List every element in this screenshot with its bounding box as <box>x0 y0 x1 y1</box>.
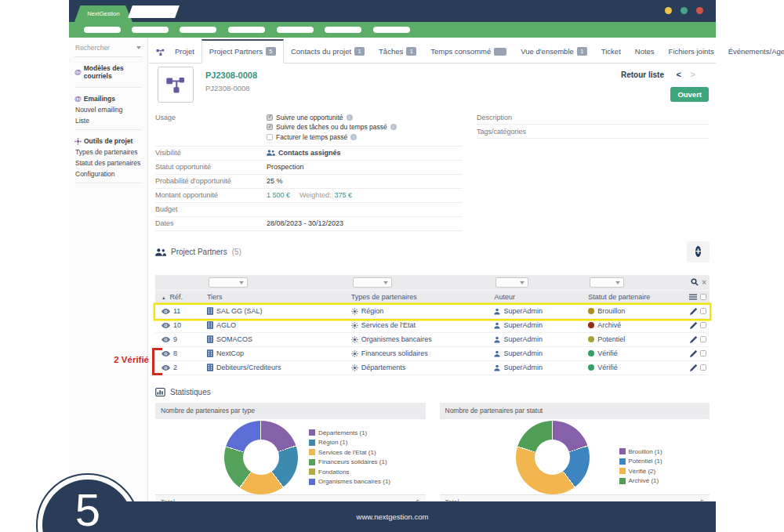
row-tiers-link[interactable]: SOMACOS <box>216 335 252 343</box>
row-type[interactable]: Départements <box>361 364 406 371</box>
filter-select-type[interactable] <box>353 277 392 288</box>
column-header-ref[interactable]: Réf. <box>155 293 202 301</box>
details-right-column: Description Tags/catégories <box>477 110 710 231</box>
column-header-type[interactable]: Types de partenaires <box>347 293 490 301</box>
row-status: Vérifié <box>597 364 618 371</box>
sidebar-item-liste[interactable]: Liste <box>75 117 142 125</box>
nav-pill[interactable] <box>373 27 410 33</box>
nav-pill[interactable] <box>325 27 361 33</box>
edit-icon[interactable] <box>690 308 697 315</box>
sidebar-search-placeholder: Rechercher <box>75 44 110 52</box>
brand-tab[interactable]: NextGestion <box>74 5 132 22</box>
previous-record-arrow[interactable]: < <box>677 70 681 79</box>
table-row[interactable]: 2 Debiteurs/Crediteurs Départements Supe… <box>155 361 710 375</box>
tab-project-partners[interactable]: Project Partners5 <box>201 39 284 63</box>
row-ref[interactable]: 8 <box>173 349 177 357</box>
tab-evenements-agenda[interactable]: Événements/Agenda <box>721 41 784 63</box>
row-checkbox[interactable] <box>700 336 706 342</box>
row-checkbox[interactable] <box>700 364 706 371</box>
row-author[interactable]: SuperAdmin <box>503 321 543 329</box>
filter-select-tiers[interactable] <box>209 277 248 288</box>
tab-fichiers-joints[interactable]: Fichiers joints <box>662 41 721 63</box>
sidebar-item-modeles-courriels[interactable]: @ Modèles des courriels <box>74 64 142 80</box>
nav-pill[interactable] <box>132 27 169 33</box>
row-tiers-link[interactable]: Debiteurs/Crediteurs <box>216 364 281 371</box>
nav-pill[interactable] <box>228 27 265 33</box>
nav-pill[interactable] <box>180 27 216 33</box>
sidebar-item-nouvel-emailing[interactable]: Nouvel emailing <box>75 106 142 114</box>
sidebar-search[interactable]: Rechercher <box>74 38 142 57</box>
edit-icon[interactable] <box>690 364 697 371</box>
edit-icon[interactable] <box>690 336 697 343</box>
search-icon[interactable] <box>691 278 699 286</box>
row-ref[interactable]: 10 <box>173 321 181 329</box>
tab-vue-densemble[interactable]: Vue d'ensemble1 <box>514 41 593 63</box>
checkbox-suivre-opportunite[interactable] <box>267 114 273 121</box>
row-ref[interactable]: 9 <box>173 335 177 343</box>
field-value: 28/08/2023 - 30/12/2023 <box>267 219 343 227</box>
sidebar-item-emailings[interactable]: @ Emailings <box>74 95 142 103</box>
eye-icon[interactable] <box>162 365 170 371</box>
eye-icon[interactable] <box>162 309 170 314</box>
row-author[interactable]: SuperAdmin <box>503 349 543 357</box>
table-row[interactable]: 8 NextCop Financeurs solidaires SuperAdm… <box>155 347 710 361</box>
at-icon: @ <box>74 68 82 76</box>
row-checkbox[interactable] <box>700 350 706 356</box>
edit-icon[interactable] <box>690 322 697 329</box>
next-record-arrow[interactable]: > <box>691 70 695 79</box>
tab-projet[interactable]: Projet <box>168 41 201 63</box>
filter-select-statut[interactable] <box>590 277 624 288</box>
row-type[interactable]: Financeurs solidaires <box>361 349 428 357</box>
tab-notes[interactable]: Notes <box>628 41 662 63</box>
eye-icon[interactable] <box>162 323 170 328</box>
legend-label: Brouillon (1) <box>629 448 662 455</box>
column-header-auteur[interactable]: Auteur <box>489 293 583 301</box>
column-header-statut[interactable]: Statut de partenaire <box>583 293 684 301</box>
row-checkbox[interactable] <box>700 322 706 328</box>
sidebar-item-types-partenaires[interactable]: Types de partenaires <box>75 148 142 156</box>
checkbox-suivre-taches[interactable] <box>267 124 273 130</box>
back-to-list-link[interactable]: Retour liste <box>621 71 664 79</box>
gear-icon <box>351 308 358 315</box>
chart-card-statut: Nombre de partenaires par statut Brouill… <box>440 403 710 510</box>
tab-taches[interactable]: Tâches1 <box>372 41 423 63</box>
add-partner-button[interactable]: + <box>695 246 701 257</box>
tab-ticket[interactable]: Ticket <box>594 41 628 63</box>
edit-icon[interactable] <box>690 350 697 357</box>
sidebar-item-configuration[interactable]: Configuration <box>75 170 142 178</box>
row-author[interactable]: SuperAdmin <box>503 307 543 315</box>
table-row[interactable]: 9 SOMACOS Organismes bancaires SuperAdmi… <box>155 333 710 347</box>
row-ref[interactable]: 2 <box>173 364 177 371</box>
table-row[interactable]: 11 SAL GG (SAL) Région SuperAdmin Brouil… <box>155 305 710 319</box>
tab-temps-consomme[interactable]: Temps consommé <box>423 41 514 63</box>
row-tiers-link[interactable]: SAL GG (SAL) <box>216 307 263 315</box>
row-type[interactable]: Région <box>361 307 384 315</box>
nav-pill[interactable] <box>277 27 314 33</box>
row-type[interactable]: Services de l'Etat <box>361 321 416 329</box>
status-dot <box>588 308 594 314</box>
row-tiers-link[interactable]: NextCop <box>216 349 244 357</box>
sidebar-item-outils-projet[interactable]: Outils de projet <box>74 137 142 145</box>
status-dot <box>588 322 594 328</box>
nav-pill[interactable] <box>84 27 121 33</box>
row-checkbox[interactable] <box>700 308 706 314</box>
filter-select-auteur[interactable] <box>495 277 528 288</box>
row-tiers-link[interactable]: AGLO <box>216 321 236 329</box>
clear-filter-icon[interactable]: × <box>702 278 706 287</box>
column-header-tiers[interactable]: Tiers <box>202 293 347 301</box>
row-author[interactable]: SuperAdmin <box>503 335 543 343</box>
row-type[interactable]: Organismes bancaires <box>361 335 432 343</box>
checkbox-facturer-temps[interactable] <box>267 134 273 140</box>
table-row[interactable]: 10 AGLO Services de l'Etat SuperAdmin Ar… <box>155 319 710 333</box>
select-all-checkbox[interactable] <box>700 294 706 300</box>
field-statut-opportunite: Statut opportunité Prospection <box>155 161 463 175</box>
sidebar-item-statut-partenaires[interactable]: Statut des partenaires <box>75 159 142 167</box>
eye-icon[interactable] <box>162 337 170 342</box>
list-view-icon[interactable] <box>689 294 697 300</box>
row-author[interactable]: SuperAdmin <box>503 364 543 371</box>
row-ref[interactable]: 11 <box>173 307 180 315</box>
chart-legend: Brouillon (1) Potentiel (1) Vérifié (2) … <box>619 448 662 487</box>
chart-title: Nombre de partenaires par statut <box>440 403 710 419</box>
eye-icon[interactable] <box>162 351 170 356</box>
tab-contacts-du-projet[interactable]: Contacts du projet1 <box>284 41 372 63</box>
